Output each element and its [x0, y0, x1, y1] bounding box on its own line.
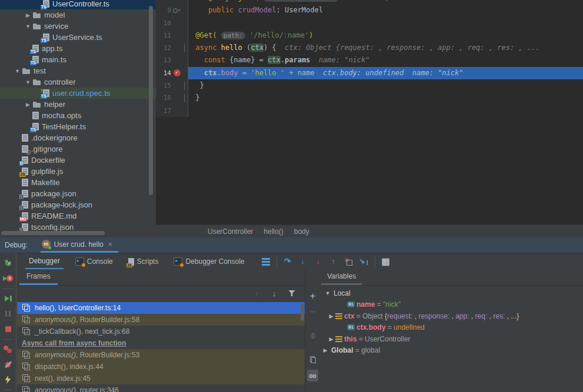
stack-frame-row[interactable]: anonymous() , router.js:346 [17, 384, 305, 392]
code-text[interactable]: } [188, 92, 583, 104]
frames-scrollbar[interactable] [301, 303, 304, 321]
stack-frame-row[interactable]: anonymous() , RouterBuilder.js:53 [17, 349, 305, 361]
next-frame-button[interactable] [269, 287, 279, 300]
layout-settings-button[interactable] [261, 255, 271, 268]
code-text[interactable] [188, 105, 583, 117]
move-watch-down-button[interactable] [307, 336, 319, 351]
line-number[interactable]: 17 [156, 105, 172, 117]
debug-session-tab[interactable]: User crud. hello × [41, 237, 118, 253]
variable-row[interactable]: ▼ Local [320, 287, 583, 299]
variable-expand-arrow[interactable]: ▼ [324, 290, 332, 296]
line-number[interactable]: 14 [156, 67, 172, 79]
tree-vertical-scrollbar[interactable] [149, 6, 153, 195]
add-watch-button[interactable] [307, 288, 319, 304]
previous-frame-button[interactable] [252, 287, 261, 300]
tree-expand-arrow[interactable]: ▶ [24, 12, 32, 18]
tree-row[interactable]: JS gulpfile.js [0, 166, 156, 177]
tree-expand-arrow[interactable]: ▼ [24, 79, 32, 85]
line-number[interactable]: 8 [156, 0, 172, 4]
view-breakpoints-button[interactable] [1, 341, 15, 357]
code-editor[interactable]: 8 @LazyInject( ServiceIdentifier: UserMo… [156, 0, 583, 225]
fold-gutter[interactable] [181, 42, 188, 54]
code-text[interactable]: ctx.body = 'hello ' + name ctx.body: und… [188, 67, 583, 79]
tree-row[interactable]: {} package-lock.json [0, 199, 156, 210]
tree-row[interactable]: ▼ test [0, 65, 156, 76]
line-number[interactable]: 16 [156, 92, 172, 104]
stack-frame-row[interactable]: Async call from async function [17, 337, 305, 349]
tab-scripts[interactable]: Scripts [125, 253, 162, 270]
tree-row[interactable]: TS▸ user.crud.spec.ts [0, 88, 156, 99]
tree-row[interactable]: TS UserService.ts [0, 32, 156, 43]
tab-variables[interactable]: Variables [321, 269, 362, 285]
run-to-cursor-button[interactable] [359, 255, 369, 268]
line-number[interactable]: 9 [156, 4, 172, 16]
variable-expand-arrow[interactable]: ▶ [327, 336, 335, 342]
evaluate-expression-button[interactable] [381, 255, 391, 268]
resume-button[interactable] [1, 291, 15, 306]
fold-gutter[interactable] [181, 29, 188, 42]
tree-row[interactable]: TS main.ts [0, 54, 156, 65]
line-number[interactable]: 11 [156, 29, 172, 42]
code-text[interactable] [188, 17, 583, 29]
tree-row[interactable]: TS UserController.ts [0, 0, 156, 9]
debug-control-button[interactable] [1, 286, 15, 291]
tree-row[interactable]: ▶ model [0, 9, 156, 21]
debug-control-button[interactable] [1, 337, 15, 341]
breakpoint-gutter[interactable] [172, 92, 181, 104]
step-into-button[interactable] [298, 255, 308, 268]
variable-row[interactable]: ▶ Global = global [320, 345, 583, 357]
stack-frame-row[interactable]: _tickCallback() , next_tick.js:68 [17, 326, 305, 337]
remove-watch-button[interactable] [307, 304, 319, 320]
fold-gutter[interactable] [181, 17, 188, 29]
breakpoint-gutter[interactable] [172, 42, 181, 54]
move-watch-up-button[interactable] [307, 320, 319, 336]
code-text[interactable]: const {name} = ctx.params name: "nick" [188, 54, 583, 66]
variable-expand-arrow[interactable]: ▶ [327, 313, 335, 319]
show-watches-toggle[interactable] [307, 367, 319, 383]
tree-row[interactable]: mocha.opts [0, 110, 156, 121]
breakpoint-gutter[interactable] [172, 29, 181, 42]
code-text[interactable]: } [188, 79, 583, 92]
tree-expand-arrow[interactable]: ▶ [24, 102, 32, 108]
breakpoint-gutter[interactable] [172, 0, 181, 4]
tab-debugger-console[interactable]: Debugger Console [170, 253, 248, 270]
tree-row[interactable]: D Dockerfile [0, 155, 156, 166]
drop-frame-button[interactable] [344, 255, 354, 268]
tree-expand-arrow[interactable]: ▼ [24, 24, 32, 29]
rerun-failed-tests-button[interactable] [1, 271, 15, 286]
pause-button[interactable] [1, 306, 15, 321]
breakpoint-gutter[interactable] [172, 105, 181, 117]
code-text[interactable]: public crudModel: UserModel [188, 4, 583, 16]
tab-debugger[interactable]: Debugger [25, 253, 64, 270]
tree-row[interactable]: Makefile [0, 177, 156, 188]
toolbar-button[interactable] [276, 256, 277, 267]
line-number[interactable]: 10 [156, 17, 172, 29]
breakpoint-gutter[interactable] [172, 4, 181, 16]
breadcrumb-item[interactable]: UserController [208, 227, 253, 236]
line-number[interactable]: 13 [156, 54, 172, 66]
variable-row[interactable]: ▶ ctx = Object {request: , response: , a… [320, 310, 583, 322]
tree-row[interactable]: .dockerignore [0, 132, 156, 143]
debug-control-button[interactable] [1, 387, 15, 392]
code-text[interactable]: @Get( path: '/hello/:name') [188, 29, 583, 42]
stack-frame-row[interactable]: dispatch() , index.js:44 [17, 361, 305, 373]
breakpoint-gutter[interactable] [172, 67, 181, 79]
force-run-button[interactable] [1, 372, 15, 387]
tab-frames[interactable]: Frames [19, 269, 58, 285]
code-text[interactable]: @LazyInject( ServiceIdentifier: UserMode… [188, 0, 583, 4]
tree-row[interactable]: ▼ service [0, 21, 156, 32]
hide-library-frames-filter-button[interactable] [287, 287, 297, 300]
line-number[interactable]: 15 [156, 79, 172, 92]
tree-row[interactable]: .gitignore [0, 143, 156, 155]
code-text[interactable]: async hello (ctx) { ctx: Object {request… [188, 42, 583, 54]
fold-gutter[interactable] [181, 4, 188, 16]
step-out-button[interactable] [329, 255, 338, 268]
fold-gutter[interactable] [181, 79, 188, 92]
stack-frame-row[interactable]: anonymous() , RouterBuilder.js:58 [17, 314, 305, 326]
rerun-button[interactable] [1, 256, 15, 271]
toolbar-button[interactable] [375, 256, 375, 267]
variable-row[interactable]: ▶ this = UserController [320, 333, 583, 345]
breakpoint-gutter[interactable] [172, 17, 181, 29]
fold-gutter[interactable] [181, 67, 188, 79]
breadcrumb-item[interactable]: hello() [264, 227, 283, 236]
